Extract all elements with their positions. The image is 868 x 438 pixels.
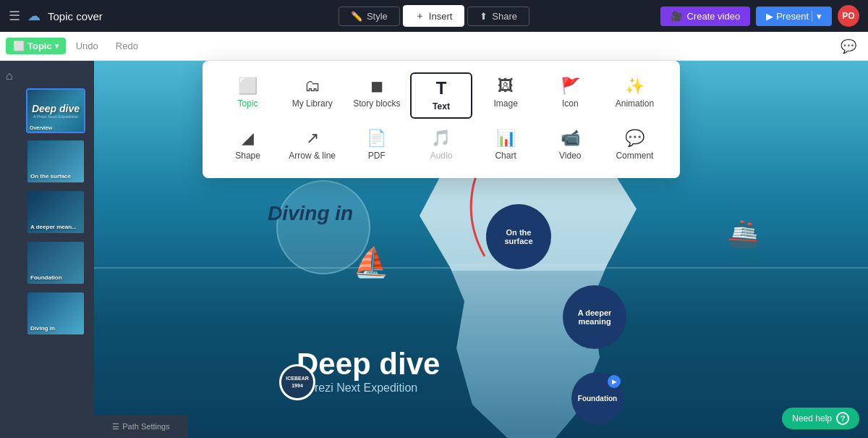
insert-audio-item[interactable]: 🎵 Audio [410,125,472,167]
play-icon: ▶ [766,11,773,22]
path-settings[interactable]: ☰ Path Settings [94,415,188,438]
slide-thumb-4[interactable]: Diving in [26,291,85,336]
insert-my-library-item[interactable]: 🗂 My Library [281,72,343,119]
slide-row-4: 4 Diving in [0,291,94,336]
logo-area: ICEBEAR 1994 [279,364,315,400]
pencil-icon: ✏️ [351,11,362,22]
slide-thumb-1[interactable]: On the surface [26,139,85,184]
flag-icon: 🚩 [561,78,580,94]
style-tab[interactable]: ✏️ Style [339,7,400,26]
insert-icon-item[interactable]: 🚩 Icon [540,72,601,119]
library-icon: 🗂 [305,78,320,94]
video-camera-icon: 🎥 [671,11,682,22]
cloud-icon[interactable]: ☁ [27,8,41,24]
slide-row-overview: Deep dive A Prezi Next Expedition Overvi… [0,88,94,133]
deeper-meaning-circle[interactable]: A deeper meaning [563,285,626,349]
home-icon[interactable]: ⌂ [6,70,23,87]
menu-icon[interactable]: ☰ [9,8,20,24]
create-video-button[interactable]: 🎥 Create video [660,7,750,26]
deep-dive-title: Deep dive [297,347,440,382]
icebear-logo: ICEBEAR 1994 [279,364,315,400]
foundation-circle[interactable]: ▶ Foundation [571,372,624,424]
comment-icon-button[interactable]: 💬 [835,35,862,57]
page-title: Topic cover [48,10,103,22]
slide-thumb-2[interactable]: A deeper mean... [26,190,85,235]
slide-thumb-overview[interactable]: Deep dive A Prezi Next Expedition Overvi… [26,88,85,133]
insert-comment-item[interactable]: 💬 Comment [604,125,665,167]
path-settings-icon: ☰ [112,422,119,431]
insert-chart-item[interactable]: 📊 Chart [475,125,537,167]
help-circle-icon: ? [836,412,849,425]
insert-shape-item[interactable]: ◢ Shape [217,125,278,167]
undo-button[interactable]: Undo [69,38,106,54]
audio-icon: 🎵 [431,130,451,146]
insert-dropdown: ⬜ Topic 🗂 My Library ◼ Story blocks T Te… [203,61,680,178]
insert-video-item[interactable]: 📹 Video [540,125,601,167]
secondbar: ⬜ Topic ▾ Undo Redo 💬 [0,32,868,61]
insert-pdf-item[interactable]: 📄 PDF [346,125,407,167]
slide-row-1: 1 On the surface [0,139,94,184]
sidebar: ⌂ Deep dive A Prezi Next Expedition Over… [0,61,94,438]
topbar-right: 🎥 Create video ▶ Present ▾ PO [660,5,859,27]
insert-tab[interactable]: ＋ Insert [403,5,465,27]
text-insert-icon: T [436,80,447,97]
image-icon: 🖼 [498,78,514,94]
slide-thumb-3[interactable]: Foundation [26,240,85,285]
share-icon: ⬆ [480,11,488,22]
insert-topic-item[interactable]: ⬜ Topic [217,72,278,119]
plus-icon: ＋ [415,9,425,22]
insert-arrow-line-item[interactable]: ↗ Arrow & line [281,125,343,167]
chevron-down-icon: ▾ [812,11,822,22]
topbar: ☰ ☁ Topic cover ✏️ Style ＋ Insert ⬆ Shar… [0,0,868,32]
topic-badge[interactable]: ⬜ Topic ▾ [6,38,66,54]
insert-animation-item[interactable]: ✨ Animation [604,72,665,119]
deep-dive-subtitle: A Prezi Next Expedition [297,382,440,395]
diving-in-text: Diving in [268,202,353,225]
deep-dive-text-area: Deep dive A Prezi Next Expedition [297,347,440,395]
chart-icon: 📊 [496,130,516,146]
topic-insert-icon: ⬜ [238,78,258,94]
avatar[interactable]: PO [838,5,859,27]
shape-icon: ◢ [242,130,254,146]
slide-row-2: 2 A deeper mean... [0,190,94,235]
animation-icon: ✨ [625,78,644,94]
insert-story-blocks-item[interactable]: ◼ Story blocks [346,72,407,119]
sailboat: ⛵ [353,245,389,279]
insert-text-item[interactable]: T Text [410,72,472,119]
topbar-center-tabs: ✏️ Style ＋ Insert ⬆ Share [339,5,529,27]
present-button[interactable]: ▶ Present ▾ [756,7,832,26]
insert-image-item[interactable]: 🖼 Image [475,72,537,119]
pdf-icon: 📄 [367,130,386,146]
story-blocks-icon: ◼ [370,78,383,94]
slide-row-3: 3 Foundation ▶ [0,240,94,285]
play-circle-icon[interactable]: ▶ [608,375,621,388]
share-tab[interactable]: ⬆ Share [467,7,529,26]
on-surface-circle[interactable]: On the surface [486,204,551,269]
cargo-ship: 🚢 [727,219,760,249]
dropdown-chevron-icon: ▾ [55,42,59,50]
video-icon: 📹 [561,130,580,146]
arrow-icon: ↗ [306,130,319,146]
comment-icon: 💬 [841,39,856,54]
need-help-button[interactable]: Need help ? [782,408,859,429]
redo-button[interactable]: Redo [109,38,145,54]
topic-icon: ⬜ [13,41,25,51]
comment-insert-icon: 💬 [625,130,644,146]
